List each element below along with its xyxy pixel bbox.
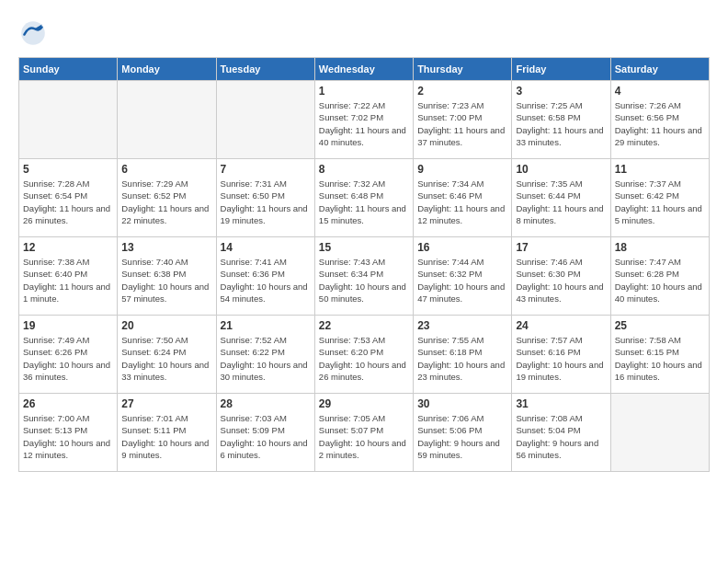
day-number: 24 bbox=[516, 319, 606, 332]
week-row-3: 12Sunrise: 7:38 AM Sunset: 6:40 PM Dayli… bbox=[19, 237, 710, 316]
day-header-friday: Friday bbox=[512, 58, 610, 81]
calendar-cell: 26Sunrise: 7:00 AM Sunset: 5:13 PM Dayli… bbox=[19, 394, 118, 472]
day-info: Sunrise: 7:05 AM Sunset: 5:07 PM Dayligh… bbox=[319, 412, 409, 461]
day-number: 30 bbox=[417, 397, 507, 410]
calendar-cell: 19Sunrise: 7:49 AM Sunset: 6:26 PM Dayli… bbox=[19, 316, 118, 394]
calendar-cell: 30Sunrise: 7:06 AM Sunset: 5:06 PM Dayli… bbox=[414, 394, 512, 472]
day-number: 23 bbox=[417, 319, 507, 332]
day-number: 17 bbox=[516, 241, 606, 254]
day-number: 18 bbox=[615, 241, 705, 254]
day-number: 11 bbox=[615, 163, 705, 176]
day-info: Sunrise: 7:49 AM Sunset: 6:26 PM Dayligh… bbox=[23, 334, 113, 383]
day-number: 20 bbox=[121, 319, 211, 332]
day-info: Sunrise: 7:23 AM Sunset: 7:00 PM Dayligh… bbox=[417, 99, 507, 148]
day-number: 22 bbox=[319, 319, 409, 332]
day-header-monday: Monday bbox=[118, 58, 216, 81]
day-number: 9 bbox=[417, 163, 507, 176]
day-header-thursday: Thursday bbox=[414, 58, 512, 81]
week-row-4: 19Sunrise: 7:49 AM Sunset: 6:26 PM Dayli… bbox=[19, 316, 710, 394]
day-info: Sunrise: 7:43 AM Sunset: 6:34 PM Dayligh… bbox=[319, 256, 409, 304]
calendar-cell bbox=[19, 81, 118, 159]
calendar-cell: 18Sunrise: 7:47 AM Sunset: 6:28 PM Dayli… bbox=[610, 237, 709, 316]
calendar-cell: 15Sunrise: 7:43 AM Sunset: 6:34 PM Dayli… bbox=[314, 237, 413, 316]
calendar-cell: 16Sunrise: 7:44 AM Sunset: 6:32 PM Dayli… bbox=[414, 237, 512, 316]
day-header-tuesday: Tuesday bbox=[216, 58, 314, 81]
day-number: 16 bbox=[417, 241, 507, 254]
day-info: Sunrise: 7:34 AM Sunset: 6:46 PM Dayligh… bbox=[417, 178, 507, 226]
calendar-cell bbox=[118, 81, 216, 159]
day-number: 26 bbox=[23, 397, 113, 410]
calendar-cell: 9Sunrise: 7:34 AM Sunset: 6:46 PM Daylig… bbox=[414, 159, 512, 237]
day-header-sunday: Sunday bbox=[19, 58, 118, 81]
day-header-saturday: Saturday bbox=[610, 58, 709, 81]
day-number: 19 bbox=[23, 319, 113, 332]
day-number: 1 bbox=[319, 85, 409, 98]
day-number: 2 bbox=[417, 85, 507, 98]
day-info: Sunrise: 7:41 AM Sunset: 6:36 PM Dayligh… bbox=[221, 256, 311, 304]
day-number: 13 bbox=[121, 241, 211, 254]
day-info: Sunrise: 7:47 AM Sunset: 6:28 PM Dayligh… bbox=[615, 256, 705, 304]
day-info: Sunrise: 7:52 AM Sunset: 6:22 PM Dayligh… bbox=[221, 334, 311, 383]
day-number: 28 bbox=[221, 397, 311, 410]
calendar-cell: 13Sunrise: 7:40 AM Sunset: 6:38 PM Dayli… bbox=[118, 237, 216, 316]
calendar-cell: 5Sunrise: 7:28 AM Sunset: 6:54 PM Daylig… bbox=[19, 159, 118, 237]
week-row-5: 26Sunrise: 7:00 AM Sunset: 5:13 PM Dayli… bbox=[19, 394, 710, 472]
calendar-cell: 29Sunrise: 7:05 AM Sunset: 5:07 PM Dayli… bbox=[314, 394, 413, 472]
day-info: Sunrise: 7:46 AM Sunset: 6:30 PM Dayligh… bbox=[516, 256, 606, 304]
day-header-wednesday: Wednesday bbox=[314, 58, 413, 81]
day-info: Sunrise: 7:40 AM Sunset: 6:38 PM Dayligh… bbox=[121, 256, 211, 304]
day-number: 8 bbox=[319, 163, 409, 176]
day-info: Sunrise: 7:58 AM Sunset: 6:15 PM Dayligh… bbox=[615, 334, 705, 383]
calendar-cell: 7Sunrise: 7:31 AM Sunset: 6:50 PM Daylig… bbox=[216, 159, 314, 237]
calendar-cell: 14Sunrise: 7:41 AM Sunset: 6:36 PM Dayli… bbox=[216, 237, 314, 316]
day-number: 5 bbox=[23, 163, 113, 176]
day-number: 21 bbox=[221, 319, 311, 332]
calendar-cell: 24Sunrise: 7:57 AM Sunset: 6:16 PM Dayli… bbox=[512, 316, 610, 394]
calendar-cell: 28Sunrise: 7:03 AM Sunset: 5:09 PM Dayli… bbox=[216, 394, 314, 472]
calendar-cell: 25Sunrise: 7:58 AM Sunset: 6:15 PM Dayli… bbox=[610, 316, 709, 394]
calendar-cell: 21Sunrise: 7:52 AM Sunset: 6:22 PM Dayli… bbox=[216, 316, 314, 394]
day-number: 7 bbox=[221, 163, 311, 176]
calendar-cell: 1Sunrise: 7:22 AM Sunset: 7:02 PM Daylig… bbox=[314, 81, 413, 159]
day-info: Sunrise: 7:03 AM Sunset: 5:09 PM Dayligh… bbox=[221, 412, 311, 461]
day-info: Sunrise: 7:32 AM Sunset: 6:48 PM Dayligh… bbox=[319, 178, 409, 226]
calendar-cell: 11Sunrise: 7:37 AM Sunset: 6:42 PM Dayli… bbox=[610, 159, 709, 237]
week-row-2: 5Sunrise: 7:28 AM Sunset: 6:54 PM Daylig… bbox=[19, 159, 710, 237]
day-info: Sunrise: 7:28 AM Sunset: 6:54 PM Dayligh… bbox=[23, 178, 113, 226]
calendar-cell: 27Sunrise: 7:01 AM Sunset: 5:11 PM Dayli… bbox=[118, 394, 216, 472]
calendar-cell: 2Sunrise: 7:23 AM Sunset: 7:00 PM Daylig… bbox=[414, 81, 512, 159]
calendar-table: SundayMondayTuesdayWednesdayThursdayFrid… bbox=[18, 57, 710, 472]
week-row-1: 1Sunrise: 7:22 AM Sunset: 7:02 PM Daylig… bbox=[19, 81, 710, 159]
day-info: Sunrise: 7:57 AM Sunset: 6:16 PM Dayligh… bbox=[516, 334, 606, 383]
calendar-cell bbox=[610, 394, 709, 472]
day-number: 29 bbox=[319, 397, 409, 410]
day-number: 3 bbox=[516, 85, 606, 98]
day-number: 10 bbox=[516, 163, 606, 176]
day-info: Sunrise: 7:26 AM Sunset: 6:56 PM Dayligh… bbox=[615, 99, 705, 148]
calendar-cell: 10Sunrise: 7:35 AM Sunset: 6:44 PM Dayli… bbox=[512, 159, 610, 237]
day-number: 4 bbox=[615, 85, 705, 98]
calendar-cell: 17Sunrise: 7:46 AM Sunset: 6:30 PM Dayli… bbox=[512, 237, 610, 316]
day-info: Sunrise: 7:44 AM Sunset: 6:32 PM Dayligh… bbox=[417, 256, 507, 304]
day-number: 14 bbox=[221, 241, 311, 254]
day-info: Sunrise: 7:29 AM Sunset: 6:52 PM Dayligh… bbox=[121, 178, 211, 226]
day-info: Sunrise: 7:25 AM Sunset: 6:58 PM Dayligh… bbox=[516, 99, 606, 148]
calendar-cell: 23Sunrise: 7:55 AM Sunset: 6:18 PM Dayli… bbox=[414, 316, 512, 394]
day-info: Sunrise: 7:53 AM Sunset: 6:20 PM Dayligh… bbox=[319, 334, 409, 383]
day-number: 27 bbox=[121, 397, 211, 410]
day-info: Sunrise: 7:00 AM Sunset: 5:13 PM Dayligh… bbox=[23, 412, 113, 461]
day-number: 12 bbox=[23, 241, 113, 254]
day-info: Sunrise: 7:22 AM Sunset: 7:02 PM Dayligh… bbox=[319, 99, 409, 148]
day-info: Sunrise: 7:50 AM Sunset: 6:24 PM Dayligh… bbox=[121, 334, 211, 383]
page-header bbox=[18, 18, 710, 48]
calendar-header-row: SundayMondayTuesdayWednesdayThursdayFrid… bbox=[19, 58, 710, 81]
logo-icon bbox=[18, 18, 48, 48]
logo bbox=[18, 18, 53, 48]
calendar-cell: 31Sunrise: 7:08 AM Sunset: 5:04 PM Dayli… bbox=[512, 394, 610, 472]
calendar-cell: 20Sunrise: 7:50 AM Sunset: 6:24 PM Dayli… bbox=[118, 316, 216, 394]
calendar-cell: 4Sunrise: 7:26 AM Sunset: 6:56 PM Daylig… bbox=[610, 81, 709, 159]
day-number: 6 bbox=[121, 163, 211, 176]
day-number: 15 bbox=[319, 241, 409, 254]
calendar-cell: 22Sunrise: 7:53 AM Sunset: 6:20 PM Dayli… bbox=[314, 316, 413, 394]
day-info: Sunrise: 7:08 AM Sunset: 5:04 PM Dayligh… bbox=[516, 412, 606, 461]
